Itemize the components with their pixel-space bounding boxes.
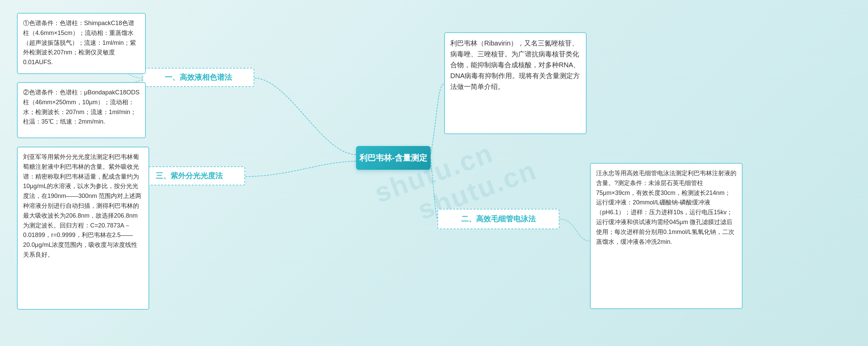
- box-intro: 利巴韦林（Ribavirin），又名三氮唑核苷、病毒唑、三唑核苷。为广谱抗病毒核…: [444, 32, 587, 134]
- mind-map: shutu.cn shutu.cn ItH 利巴韦林-含量测定 一、高效: [0, 0, 868, 346]
- box-hplc-1: ①色谱条件：色谱柱：ShimpackC18色谱柱（4.6mm×15cm）；流动相…: [17, 13, 146, 74]
- box-hplc-2: ②色谱条件：色谱柱：μBondapakC18ODS柱（46mm×250mm，10…: [17, 82, 146, 138]
- box-uv: 刘亚军等用紫外分光光度法测定利巴韦林葡萄糖注射液中利巴韦林的含量。紫外吸收光谱：…: [17, 147, 149, 310]
- center-node-label: 利巴韦林-含量测定: [359, 152, 427, 163]
- branch-label-2: 三、紫外分光光度法: [133, 166, 245, 185]
- center-node: 利巴韦林-含量测定: [356, 146, 431, 170]
- box-capillary: 汪永忠等用高效毛细管电泳法测定利巴韦林注射液的含量。?测定条件：未涂层石英毛细管…: [590, 163, 743, 309]
- branch-label-1: 一、高效液相色谱法: [142, 68, 254, 87]
- branch-label-3: 二、高效毛细管电泳法: [437, 209, 559, 229]
